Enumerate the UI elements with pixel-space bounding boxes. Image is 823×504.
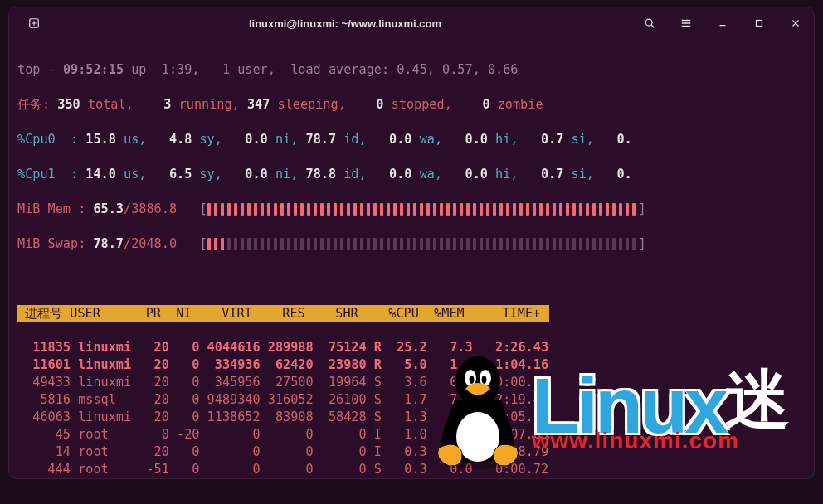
terminal-content[interactable]: top - 09:52:15 up 1:39, 1 user, load ave… [9,39,814,479]
search-button[interactable] [631,7,668,39]
table-row: 14 root 20 0 0 0 0 I 0.3 0.0 0:08.79 [17,443,806,461]
menu-button[interactable] [668,7,704,39]
cpu1-line: %Cpu1 : 14.0 us, 6.5 sy, 0.0 ni, 78.8 id… [17,166,806,183]
mem-usage-bar [207,202,639,216]
table-row: 11835 linuxmi 20 0 4044616 289988 75124 … [17,339,806,356]
blank-line [17,270,806,288]
table-row: 46063 linuxmi 20 0 1138652 83908 58428 S… [17,409,806,426]
maximize-button[interactable] [741,7,777,39]
process-list: 11835 linuxmi 20 0 4044616 289988 75124 … [17,339,806,479]
top-summary-line: top - 09:52:15 up 1:39, 1 user, load ave… [17,61,806,79]
terminal-window: linuxmi@linuxmi: ~/www.linuxmi.com [8,7,815,479]
table-row: 45 root 0 -20 0 0 0 I 1.0 0.0 2:07.63 [17,426,806,443]
window-title: linuxmi@linuxmi: ~/www.linuxmi.com [59,17,631,30]
process-header: 进程号 USER PR NI VIRT RES SHR %CPU %MEM TI… [17,305,806,322]
mem-line: MiB Mem : 65.3/3886.8 [] [17,201,806,218]
table-row: 1141 root 20 0 242936 6 5 2 S .3 0.0 0:0… [17,478,806,479]
table-row: 5816 mssql 20 0 9489340 316052 26100 S 1… [17,391,806,409]
table-row: 11601 linuxmi 20 0 334936 62420 23980 R … [17,356,806,374]
svg-line-4 [651,25,654,27]
titlebar: linuxmi@linuxmi: ~/www.linuxmi.com [9,7,814,39]
swap-line: MiB Swap: 78.7/2048.0 [] [17,235,806,253]
swap-usage-bar [207,237,639,250]
cpu0-line: %Cpu0 : 15.8 us, 4.8 sy, 0.0 ni, 78.7 id… [17,131,806,148]
tasks-line: 任务: 350 total, 3 running, 347 sleeping, … [17,96,806,114]
minimize-button[interactable] [704,7,741,39]
table-row: 49433 linuxmi 20 0 345956 27500 19964 S … [17,374,806,391]
svg-rect-9 [757,21,762,27]
new-tab-button[interactable] [16,7,52,39]
svg-point-3 [645,19,652,26]
table-row: 444 root -51 0 0 0 0 S 0.3 0.0 0:00.72 [17,461,806,478]
close-button[interactable] [777,7,814,39]
